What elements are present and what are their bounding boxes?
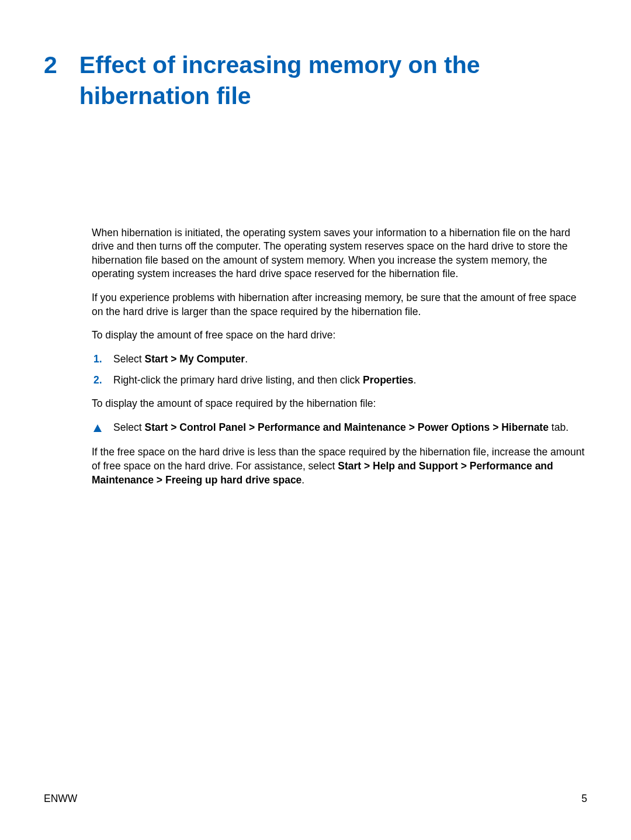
text-bold: Start > My Computer: [145, 353, 245, 365]
paragraph-assistance: If the free space on the hard drive is l…: [92, 445, 587, 487]
step-text: Right-click the primary hard drive listi…: [113, 374, 587, 388]
page-footer: ENWW 5: [44, 793, 587, 805]
text-pre: Select: [113, 421, 145, 433]
step-text: Select Start > Control Panel > Performan…: [113, 421, 587, 436]
footer-page-number: 5: [581, 793, 587, 805]
step-number: 1.: [93, 352, 113, 367]
text-post: .: [414, 374, 417, 386]
text-post: tab.: [549, 421, 568, 433]
paragraph-display-free: To display the amount of free space on t…: [92, 329, 587, 343]
chapter-title: Effect of increasing memory on the hiber…: [79, 50, 587, 112]
paragraph-intro: When hibernation is initiated, the opera…: [92, 226, 587, 282]
triangle-icon: [93, 421, 113, 436]
step-triangle: Select Start > Control Panel > Performan…: [93, 421, 587, 436]
text-pre: Select: [113, 353, 145, 365]
text-bold: Start > Control Panel > Performance and …: [145, 421, 549, 433]
chapter-heading: 2 Effect of increasing memory on the hib…: [44, 50, 587, 112]
paragraph-display-required: To display the amount of space required …: [92, 397, 587, 411]
text-post: .: [301, 474, 304, 486]
step-text: Select Start > My Computer.: [113, 352, 587, 367]
paragraph-problems: If you experience problems with hibernat…: [92, 291, 587, 319]
step-number: 2.: [93, 374, 113, 388]
chapter-number: 2: [44, 50, 57, 81]
step-1: 1. Select Start > My Computer.: [93, 352, 587, 367]
content-body: When hibernation is initiated, the opera…: [92, 226, 587, 488]
text-post: .: [245, 353, 248, 365]
document-page: 2 Effect of increasing memory on the hib…: [0, 0, 631, 840]
footer-left: ENWW: [44, 793, 77, 805]
text-pre: Right-click the primary hard drive listi…: [113, 374, 363, 386]
text-bold: Properties: [363, 374, 414, 386]
step-2: 2. Right-click the primary hard drive li…: [93, 374, 587, 388]
